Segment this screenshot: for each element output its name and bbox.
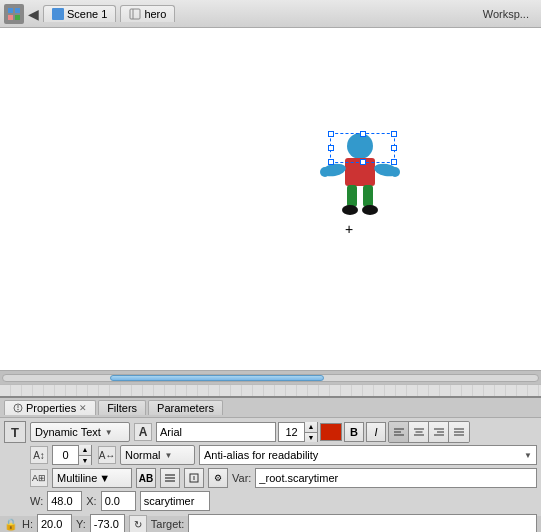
kerning-dropdown[interactable]: Normal ▼ <box>120 445 195 465</box>
font-size-up[interactable]: ▲ <box>305 422 317 433</box>
h-label: H: <box>22 518 33 530</box>
svg-point-14 <box>342 205 358 215</box>
scroll-button[interactable] <box>184 468 204 488</box>
instance-name-input[interactable] <box>140 491 210 511</box>
font-size-input[interactable] <box>279 426 304 438</box>
var-input[interactable] <box>255 468 537 488</box>
hero-label: hero <box>144 8 166 20</box>
w-label: W: <box>30 495 43 507</box>
width-input[interactable] <box>47 491 82 511</box>
height-input[interactable] <box>37 514 72 532</box>
props-row-1: T Dynamic Text ▼ A ▲ ▼ B I <box>4 422 537 442</box>
props-row-4: W: X: <box>4 491 537 511</box>
back-arrow[interactable]: ◀ <box>28 6 39 22</box>
antialias-dropdown[interactable]: Anti-alias for readability ▼ <box>199 445 537 465</box>
kerning-icon: A↔ <box>98 446 116 464</box>
scene-icon <box>52 8 64 20</box>
tab-filters-label: Filters <box>107 402 137 414</box>
rotate-icon: ↻ <box>129 515 147 532</box>
timeline-inner <box>0 385 541 396</box>
tab-filters[interactable]: Filters <box>98 400 146 415</box>
tab-properties-close[interactable]: ✕ <box>79 403 87 413</box>
bold-button[interactable]: B <box>344 422 364 442</box>
scrollbar-thumb[interactable] <box>110 375 324 381</box>
svg-point-10 <box>320 167 330 177</box>
panel-tab-bar: Properties ✕ Filters Parameters <box>0 398 541 418</box>
embed-fonts-icon: A⊞ <box>30 469 48 487</box>
dropdown-arrow: ▼ <box>105 428 113 437</box>
align-left-btn[interactable] <box>389 422 409 442</box>
color-swatch[interactable] <box>320 423 342 441</box>
align-right-btn[interactable] <box>429 422 449 442</box>
svg-rect-13 <box>363 185 373 207</box>
svg-rect-2 <box>8 15 13 20</box>
tab-properties[interactable]: Properties ✕ <box>4 400 96 415</box>
x-label: X: <box>86 495 96 507</box>
svg-rect-3 <box>15 15 20 20</box>
text-type-dropdown[interactable]: Dynamic Text ▼ <box>30 422 130 442</box>
tab-parameters[interactable]: Parameters <box>148 400 223 415</box>
canvas-area[interactable]: + <box>0 28 541 370</box>
timeline-strip <box>0 384 541 396</box>
svg-point-18 <box>17 409 19 411</box>
tab-parameters-label: Parameters <box>157 402 214 414</box>
svg-point-6 <box>347 133 373 159</box>
behavior-button[interactable] <box>160 468 180 488</box>
workspace-label: Worksp... <box>483 8 537 20</box>
horizontal-scrollbar[interactable] <box>0 370 541 384</box>
align-center-btn[interactable] <box>409 422 429 442</box>
svg-point-15 <box>362 205 378 215</box>
svg-rect-1 <box>15 8 20 13</box>
render-button[interactable]: AB <box>136 468 156 488</box>
scrollbar-track[interactable] <box>2 374 539 382</box>
bottom-panel: Properties ✕ Filters Parameters T Dynami… <box>0 396 541 516</box>
scene-label: Scene 1 <box>67 8 107 20</box>
svg-point-11 <box>390 167 400 177</box>
text-type-icon: T <box>4 421 26 443</box>
target-label: Target: <box>151 518 185 530</box>
font-section-icon: A <box>134 423 152 441</box>
align-justify-btn[interactable] <box>449 422 469 442</box>
font-name-field[interactable] <box>156 422 276 442</box>
y-input[interactable] <box>90 514 125 532</box>
top-toolbar: ◀ Scene 1 hero Worksp... <box>0 0 541 28</box>
properties-content: T Dynamic Text ▼ A ▲ ▼ B I <box>0 418 541 532</box>
tab-properties-label: Properties <box>26 402 76 414</box>
properties-tab-icon <box>13 403 23 413</box>
scene-tab[interactable]: Scene 1 <box>43 5 116 22</box>
lock-icon[interactable]: 🔒 <box>4 517 18 531</box>
svg-rect-12 <box>347 185 357 207</box>
target-input[interactable] <box>188 514 537 532</box>
hero-icon <box>129 8 141 20</box>
svg-rect-0 <box>8 8 13 13</box>
line-spacing-icon: A↕ <box>30 446 48 464</box>
x-input[interactable] <box>101 491 136 511</box>
svg-rect-34 <box>190 474 198 482</box>
props-row-3: A⊞ Multiline ▼ AB ⚙ Var: <box>4 468 537 488</box>
font-select-area: ▲ ▼ B I <box>156 421 537 443</box>
options-button[interactable]: ⚙ <box>208 468 228 488</box>
var-label: Var: <box>232 472 251 484</box>
character-sprite[interactable] <box>320 128 400 238</box>
spacing-down[interactable]: ▼ <box>79 456 91 466</box>
align-group <box>388 421 470 443</box>
hero-tab[interactable]: hero <box>120 5 175 22</box>
props-row-5: 🔒 H: Y: ↻ Target: <box>4 514 537 532</box>
y-label: Y: <box>76 518 86 530</box>
app-icon <box>4 4 24 24</box>
multiline-dropdown[interactable]: Multiline ▼ <box>52 468 132 488</box>
props-row-2: A↕ ▲ ▼ A↔ Normal ▼ Anti-alias for readab… <box>4 445 537 465</box>
svg-rect-4 <box>130 9 140 19</box>
italic-button[interactable]: I <box>366 422 386 442</box>
svg-rect-7 <box>345 158 375 186</box>
spacing-up[interactable]: ▲ <box>79 445 91 456</box>
spacing-input[interactable] <box>53 449 78 461</box>
font-size-down[interactable]: ▼ <box>305 433 317 443</box>
